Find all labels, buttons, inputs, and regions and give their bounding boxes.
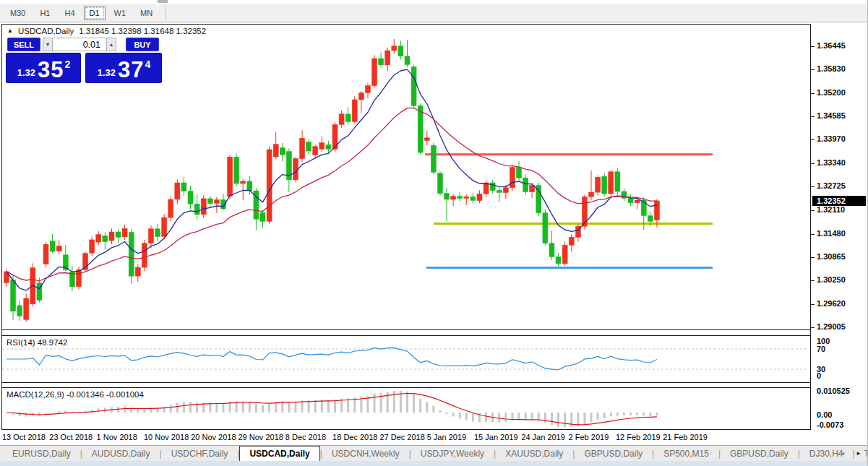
collapse-triangle-icon[interactable]: ▲ bbox=[7, 27, 13, 34]
scroll-right-icon: ▸ bbox=[857, 449, 861, 457]
timeframe-button-mn[interactable]: MN bbox=[134, 6, 158, 20]
spinner-down-icon: ▼ bbox=[46, 42, 51, 47]
scroll-left-icon: ◂ bbox=[841, 449, 845, 457]
timeframe-button-m30[interactable]: M30 bbox=[4, 6, 31, 20]
chart-tab-sp500-m15[interactable]: SP500,M15 bbox=[654, 446, 718, 462]
volume-decrease-button[interactable]: ▼ bbox=[43, 38, 53, 51]
price-tick-mark bbox=[811, 116, 815, 117]
price-tick-mark bbox=[811, 280, 815, 281]
bid-price-sup: 2 bbox=[65, 59, 71, 70]
buy-button[interactable]: BUY bbox=[126, 38, 159, 51]
price-tick-label: 1.32110 bbox=[817, 205, 845, 214]
chart-tab-eurusd-daily[interactable]: EURUSD,Daily bbox=[3, 446, 80, 462]
bid-price-box[interactable]: 1.32352 bbox=[6, 53, 81, 83]
toolbar-grip bbox=[158, 0, 168, 3]
date-tick-label: 18 Dec 2018 bbox=[332, 433, 377, 441]
chart-symbol-title: USDCAD,Daily bbox=[18, 27, 74, 35]
date-tick-label: 29 Nov 2018 bbox=[239, 433, 283, 441]
macd-label: MACD(12,26,9) -0.001346 -0.001004 bbox=[7, 390, 144, 399]
price-tick-label: 1.33340 bbox=[817, 158, 846, 167]
price-tick-mark bbox=[811, 257, 815, 258]
trading-terminal-window: M30H1H4D1W1MN ▲ USDCAD,Daily 1.31845 1.3… bbox=[0, 0, 868, 466]
chart-ohlc-values: 1.31845 1.32398 1.31648 1.32352 bbox=[79, 27, 206, 35]
chart-tab-gbpusd-daily[interactable]: GBPUSD,Daily bbox=[721, 446, 798, 462]
price-tick-mark bbox=[811, 327, 815, 328]
window-bottom-strip bbox=[0, 461, 868, 466]
price-tick-mark bbox=[811, 69, 815, 70]
volume-input[interactable] bbox=[52, 38, 107, 51]
date-tick-label: 20 Nov 2018 bbox=[191, 433, 236, 441]
date-tick-label: 8 Dec 2018 bbox=[285, 433, 326, 441]
toolbar-separator bbox=[166, 6, 166, 20]
chart-tab-usdcad-daily[interactable]: USDCAD,Daily bbox=[239, 446, 319, 462]
date-tick-label: 1 Nov 2018 bbox=[97, 433, 137, 441]
price-tick-mark bbox=[811, 139, 815, 140]
main-panel-bottom-border bbox=[1, 329, 811, 330]
chart-tab-usdcnh-weekly[interactable]: USDCNH,Weekly bbox=[322, 446, 409, 462]
timeframe-button-w1[interactable]: W1 bbox=[108, 6, 132, 20]
price-tick-mark bbox=[811, 210, 815, 211]
price-tick-mark bbox=[811, 93, 815, 94]
bid-price-prefix: 1.32 bbox=[17, 67, 35, 78]
date-tick-label: 21 Feb 2019 bbox=[663, 433, 708, 441]
macd-panel-bottom-border bbox=[1, 429, 811, 430]
chart-tab-bar: EURUSD,Daily|AUDUSD,Daily|USDCHF,Daily|U… bbox=[0, 445, 868, 461]
date-tick-label: 5 Jan 2019 bbox=[427, 433, 466, 441]
date-tick-label: 13 Oct 2018 bbox=[2, 433, 46, 441]
volume-increase-button[interactable]: ▲ bbox=[106, 38, 116, 51]
date-tick-label: 23 Oct 2018 bbox=[49, 433, 93, 441]
date-tick-label: 15 Jan 2019 bbox=[474, 433, 518, 441]
sell-button[interactable]: SELL bbox=[7, 38, 40, 51]
chart-tab-audusd-daily[interactable]: AUDUSD,Daily bbox=[82, 446, 160, 462]
price-tick-label: 1.30865 bbox=[817, 252, 846, 261]
price-tick-label: 1.31480 bbox=[817, 229, 846, 238]
timeframe-button-h1[interactable]: H1 bbox=[34, 6, 56, 20]
price-tick-label: 1.29620 bbox=[817, 299, 846, 308]
price-tick-label: 1.32725 bbox=[817, 181, 846, 190]
chart-tab-usdchf-daily[interactable]: USDCHF,Daily bbox=[162, 446, 238, 462]
rsi-panel-canvas[interactable] bbox=[2, 336, 810, 382]
tabs-scroll-right-button[interactable]: ▸ bbox=[853, 445, 864, 461]
macd-axis-label: 0.00 bbox=[817, 410, 832, 419]
rsi-axis-label: 70 bbox=[817, 345, 825, 353]
chart-tab-xauusd-daily[interactable]: XAUUSD,Daily bbox=[496, 446, 572, 462]
macd-axis-label: -0.0073 bbox=[817, 420, 843, 429]
timeframe-toolbar: M30H1H4D1W1MN bbox=[0, 4, 868, 22]
one-click-trade-widget: SELL ▼ ▲ BUY 1.32352 1.32374 bbox=[6, 38, 162, 83]
timeframe-button-d1[interactable]: D1 bbox=[84, 6, 106, 20]
price-tick-label: 1.35830 bbox=[817, 64, 846, 73]
chart-tab-gbpusd-daily[interactable]: GBPUSD,Daily bbox=[575, 446, 652, 462]
date-tick-label: 24 Jan 2019 bbox=[521, 433, 565, 441]
price-tick-mark bbox=[811, 163, 815, 164]
price-tick-label: 1.30250 bbox=[817, 275, 846, 284]
price-tick-label: 1.36445 bbox=[817, 41, 846, 50]
price-tick-label: 1.33970 bbox=[817, 134, 846, 143]
bid-price-big: 35 bbox=[38, 59, 64, 80]
ask-price-prefix: 1.32 bbox=[98, 67, 116, 78]
ask-price-big: 37 bbox=[118, 59, 144, 80]
price-axis-separator bbox=[810, 24, 811, 429]
price-tick-mark bbox=[811, 186, 815, 187]
price-tick-label: 1.35200 bbox=[817, 88, 846, 97]
price-tick-label: 1.29005 bbox=[817, 322, 846, 331]
price-tick-mark bbox=[811, 46, 815, 47]
chart-tab-usdjpy-weekly[interactable]: USDJPY,Weekly bbox=[411, 446, 494, 462]
ask-price-sup: 4 bbox=[145, 59, 151, 70]
date-tick-label: 12 Feb 2019 bbox=[616, 433, 661, 441]
tabs-scroll-left-button[interactable]: ◂ bbox=[837, 445, 848, 461]
rsi-axis-label: 0 bbox=[817, 371, 821, 380]
date-tick-label: 10 Nov 2018 bbox=[144, 433, 189, 441]
price-tick-label: 1.34585 bbox=[817, 111, 846, 120]
date-tick-label: 2 Feb 2019 bbox=[569, 433, 609, 441]
macd-axis-label: 0.010525 bbox=[817, 387, 850, 395]
ask-price-box[interactable]: 1.32374 bbox=[85, 53, 162, 83]
spinner-up-icon: ▲ bbox=[109, 42, 114, 47]
date-tick-label: 27 Dec 2018 bbox=[379, 433, 424, 441]
timeframe-button-h4[interactable]: H4 bbox=[59, 6, 80, 20]
rsi-label: RSI(14) 48.9742 bbox=[7, 338, 67, 347]
price-tick-mark bbox=[811, 234, 815, 235]
rsi-panel-bottom-border bbox=[1, 382, 811, 383]
current-price-badge: 1.32352 bbox=[812, 196, 866, 206]
price-tick-mark bbox=[811, 304, 815, 305]
chart-title-bar: ▲ USDCAD,Daily 1.31845 1.32398 1.31648 1… bbox=[7, 27, 206, 35]
